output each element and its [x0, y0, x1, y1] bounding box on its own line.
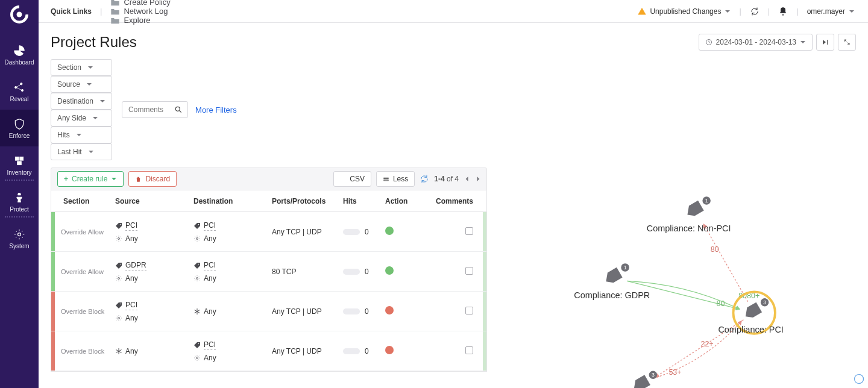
action-red-icon	[385, 346, 394, 354]
less-button[interactable]: Less	[376, 171, 415, 187]
table-header: Section Source Destination Ports/Protoco…	[51, 190, 486, 212]
rule-criteria[interactable]: PCI	[193, 340, 272, 350]
shield-icon	[13, 118, 25, 130]
nav-label: Enforce	[9, 133, 30, 139]
filter-last-hit[interactable]: Last Hit	[51, 143, 112, 160]
col-action: Action	[385, 197, 433, 205]
table-row[interactable]: Override AllowGDPRAnyPCIAny80 TCP0	[51, 252, 486, 292]
create-rule-button[interactable]: + Create rule	[57, 171, 124, 187]
svg-text:3: 3	[763, 299, 766, 305]
table-row[interactable]: Override AllowPCIAnyPCIAnyAny TCP | UDP0	[51, 212, 486, 252]
graph-node-nonpci[interactable]: 1	[684, 196, 711, 219]
svg-point-20	[120, 303, 121, 304]
cell-comments[interactable]	[433, 227, 486, 237]
cell-section: Override Block	[61, 308, 115, 315]
page-prev-icon[interactable]	[465, 176, 470, 182]
bell-icon[interactable]	[778, 7, 788, 16]
svg-point-7	[18, 233, 21, 236]
nav-enforce[interactable]: Enforce	[0, 110, 39, 146]
edge-label: 22+	[700, 340, 713, 348]
date-range-picker[interactable]: 2024-03-01 - 2024-03-13	[699, 34, 813, 51]
cell-destination: Any	[193, 307, 272, 316]
rule-criteria[interactable]: Any	[193, 354, 272, 362]
chevron-down-icon	[92, 115, 98, 121]
svg-point-23	[197, 357, 198, 358]
svg-rect-4	[15, 157, 19, 160]
rule-criteria[interactable]: Any	[193, 307, 272, 316]
more-filters-link[interactable]: More Filters	[195, 105, 237, 114]
table-row[interactable]: Override BlockAnyPCIAnyAny TCP | UDP0	[51, 331, 486, 371]
cell-ports: Any TCP | UDP	[272, 347, 343, 355]
rule-criteria[interactable]: Any	[115, 314, 193, 322]
download-icon	[340, 176, 346, 182]
unpublished-changes[interactable]: Unpublished Changes	[638, 7, 731, 16]
rule-criteria[interactable]: Any	[115, 274, 193, 283]
refresh-icon[interactable]	[750, 7, 760, 16]
col-ports: Ports/Protocols	[272, 197, 343, 205]
rule-criteria[interactable]: Any	[115, 347, 193, 355]
filter-destination[interactable]: Destination	[51, 93, 112, 110]
table-row[interactable]: Override BlockPCIAnyAnyAny TCP | UDP0	[51, 292, 486, 331]
discard-button[interactable]: Discard	[128, 171, 177, 187]
cell-source: PCIAny	[115, 301, 193, 322]
csv-button[interactable]: CSV	[333, 171, 371, 187]
page-next-icon[interactable]	[476, 176, 480, 182]
collapse-icon	[383, 176, 389, 183]
svg-point-21	[118, 317, 120, 319]
graph-node-gdpr[interactable]: 1	[603, 263, 629, 286]
cell-destination: PCIAny	[193, 261, 272, 283]
rule-criteria[interactable]: PCI	[193, 261, 272, 271]
fullscreen-button[interactable]	[838, 34, 856, 51]
asterisk-icon	[115, 348, 122, 355]
gear-icon	[193, 235, 201, 242]
cell-hits: 0	[343, 268, 385, 276]
nav-inventory[interactable]: Inventory	[0, 146, 39, 183]
jump-end-button[interactable]	[816, 34, 834, 51]
nav-reveal[interactable]: Reveal	[0, 73, 39, 110]
rule-criteria[interactable]: PCI	[115, 301, 193, 310]
rules-table: Section Source Destination Ports/Protoco…	[51, 190, 487, 372]
top-link-create-policy[interactable]: Create Policy	[110, 0, 170, 7]
cell-comments[interactable]	[433, 267, 486, 277]
filter-hits[interactable]: Hits	[51, 127, 112, 143]
rule-criteria[interactable]: GDPR	[115, 261, 193, 271]
filter-any-side[interactable]: Any Side	[51, 110, 112, 127]
top-link-network-log[interactable]: Network Log	[110, 7, 170, 16]
user-menu[interactable]: omer.mayer	[807, 7, 855, 16]
nodes-icon	[13, 81, 25, 93]
boxes-icon	[13, 155, 25, 167]
comments-input[interactable]	[128, 105, 165, 114]
cell-comments[interactable]	[433, 346, 486, 356]
graph-node-vuln[interactable]: 3	[631, 371, 657, 388]
nav-dashboard[interactable]: Dashboard	[0, 36, 39, 73]
rule-criteria[interactable]: PCI	[193, 221, 272, 231]
nav-label: System	[9, 243, 29, 249]
graph-node-pci[interactable]: 3	[742, 298, 769, 321]
filter-section[interactable]: Section	[51, 59, 112, 76]
col-section: Section	[61, 197, 115, 205]
cell-action	[385, 306, 433, 316]
graph-edge[interactable]	[703, 224, 747, 302]
cell-section: Override Allow	[61, 268, 115, 275]
cell-ports: 80 TCP	[272, 268, 343, 276]
rule-right-stripe	[483, 212, 486, 251]
nav-protect[interactable]: Protect	[0, 183, 39, 220]
filter-source[interactable]: Source	[51, 76, 112, 93]
rule-criteria[interactable]: Any	[193, 234, 272, 243]
rule-criteria[interactable]: PCI	[115, 221, 193, 231]
svg-text:1: 1	[624, 264, 627, 271]
table-refresh-icon[interactable]	[420, 174, 429, 184]
rule-criteria[interactable]: Any	[115, 234, 193, 243]
rule-criteria[interactable]: Any	[193, 274, 272, 283]
svg-point-13	[118, 237, 120, 239]
help-icon[interactable]	[854, 374, 864, 384]
graph-panel[interactable]: 808080+8022+53+1Compliance: Non-PCI1Comp…	[495, 167, 856, 388]
tag-icon	[193, 222, 201, 230]
network-graph[interactable]: 808080+8022+53+1Compliance: Non-PCI1Comp…	[495, 167, 856, 388]
skip-end-icon	[822, 39, 829, 46]
cell-comments[interactable]	[433, 307, 486, 316]
svg-point-22	[198, 343, 200, 344]
nav-system[interactable]: System	[0, 220, 39, 257]
action-red-icon	[385, 306, 394, 314]
comments-filter[interactable]	[122, 101, 188, 118]
